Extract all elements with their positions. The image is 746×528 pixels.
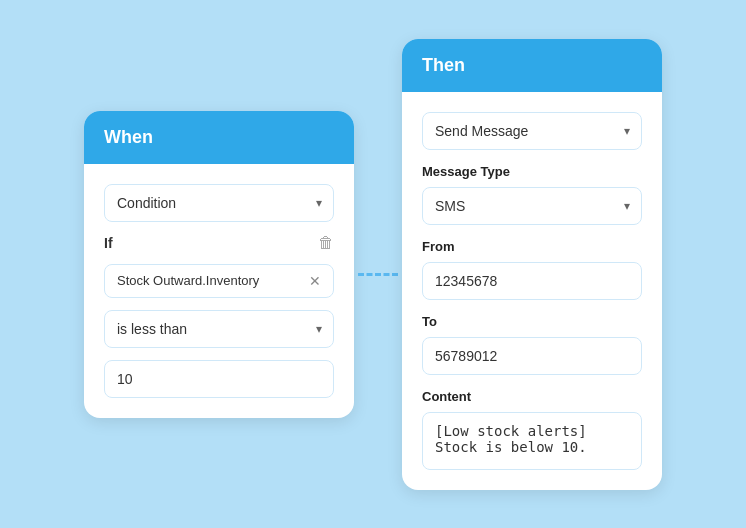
tag-text: Stock Outward.Inventory: [117, 273, 259, 288]
to-label: To: [422, 314, 642, 329]
when-title: When: [104, 127, 153, 147]
operator-select-wrapper: is less than ▾: [104, 310, 334, 348]
content-group: Content [Low stock alerts] Stock is belo…: [422, 389, 642, 470]
message-type-label: Message Type: [422, 164, 642, 179]
then-body: Send Message ▾ Message Type SMS ▾ From: [402, 92, 662, 490]
then-header: Then: [402, 39, 662, 92]
then-card: Then Send Message ▾ Message Type SMS ▾: [402, 39, 662, 490]
action-select-wrapper: Send Message ▾: [422, 112, 642, 150]
from-label: From: [422, 239, 642, 254]
when-header: When: [84, 111, 354, 164]
to-group: To: [422, 314, 642, 375]
condition-select-wrapper: Condition ▾: [104, 184, 334, 222]
operator-select[interactable]: is less than: [104, 310, 334, 348]
value-input[interactable]: [104, 360, 334, 398]
tag-close-icon[interactable]: ✕: [309, 273, 321, 289]
trash-icon[interactable]: 🗑: [318, 234, 334, 252]
content-label: Content: [422, 389, 642, 404]
message-type-group: Message Type SMS ▾: [422, 164, 642, 225]
content-textarea[interactable]: [Low stock alerts] Stock is below 10.: [422, 412, 642, 470]
inventory-tag: Stock Outward.Inventory ✕: [104, 264, 334, 298]
when-card: When Condition ▾ If 🗑 Stock Outward.Inve…: [84, 111, 354, 418]
from-group: From: [422, 239, 642, 300]
from-input[interactable]: [422, 262, 642, 300]
if-label: If: [104, 235, 113, 251]
to-input[interactable]: [422, 337, 642, 375]
message-type-select-wrapper: SMS ▾: [422, 187, 642, 225]
then-title: Then: [422, 55, 465, 75]
dashed-line: [358, 273, 398, 276]
when-body: Condition ▾ If 🗑 Stock Outward.Inventory…: [84, 164, 354, 418]
connector: [354, 273, 402, 276]
condition-select[interactable]: Condition: [104, 184, 334, 222]
message-type-select[interactable]: SMS: [422, 187, 642, 225]
if-row: If 🗑: [104, 234, 334, 252]
action-select[interactable]: Send Message: [422, 112, 642, 150]
